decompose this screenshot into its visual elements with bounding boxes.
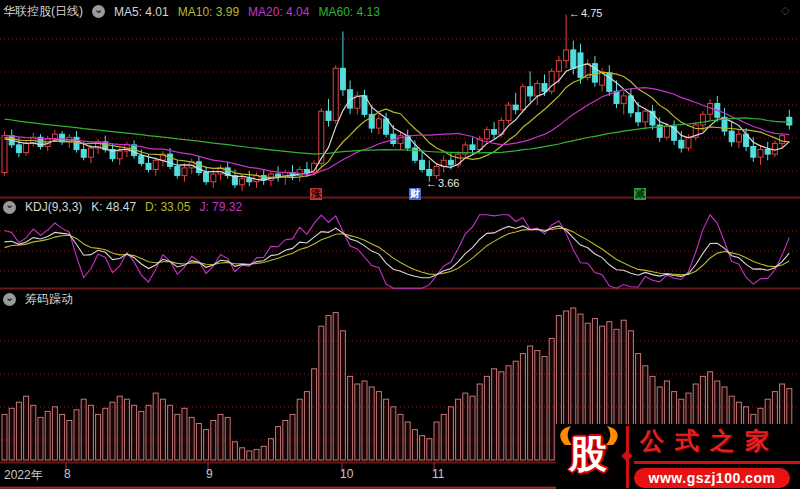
high-price-annotation: ←4.75 [569, 7, 602, 20]
watermark-bull-logo: 股 [556, 425, 624, 489]
diamond-icon: ◇ [781, 4, 789, 17]
ma5-legend: MA5: 4.01 [114, 5, 169, 19]
ma10-legend: MA10: 3.99 [178, 5, 239, 19]
collapse-chip-button[interactable]: ⌄ [3, 293, 16, 306]
watermark-url: www.gszj100.com [634, 468, 790, 488]
arrow-left-icon: ← [426, 177, 437, 190]
kdj-title: KDJ(9,3,3) [25, 200, 82, 214]
low-price-annotation: ←3.66 [426, 177, 459, 190]
watermark-logo-char: 股 [569, 435, 607, 473]
chevron-down-icon: ⌄ [5, 292, 14, 303]
kdj-d-value: D: 33.05 [145, 200, 190, 214]
kdj-j-value: J: 79.32 [199, 200, 242, 214]
stock-title: 华联控股(日线) [3, 3, 83, 20]
watermark: 股 公式之家 www.gszj100.com [556, 424, 800, 489]
kdj-panel-header: ⌄ KDJ(9,3,3) K: 48.47 D: 33.05 J: 79.32 [3, 200, 242, 214]
watermark-brand: 公式之家 [634, 425, 800, 464]
collapse-main-button[interactable]: ⌄ [92, 5, 105, 18]
collapse-kdj-button[interactable]: ⌄ [3, 201, 16, 214]
low-price-value: 3.66 [438, 177, 459, 190]
chip-title: 筹码躁动 [25, 291, 73, 308]
chevron-down-icon: ⌄ [94, 4, 103, 15]
watermark-text-block: 公式之家 www.gszj100.com [634, 425, 800, 488]
signal-marker-reduce: 减 [634, 188, 646, 200]
kdj-k-value: K: 48.47 [91, 200, 136, 214]
stock-app-window: 华联控股(日线) ⌄ MA5: 4.01 MA10: 3.99 MA20: 4.… [0, 0, 800, 489]
ma20-legend: MA20: 4.04 [248, 5, 309, 19]
chevron-down-icon: ⌄ [5, 199, 14, 210]
chip-panel-header: ⌄ 筹码躁动 [3, 291, 73, 308]
signal-marker-wealth: 财 [409, 188, 421, 200]
watermark-divider [626, 426, 629, 488]
charts-canvas[interactable] [0, 0, 800, 489]
ma60-legend: MA60: 4.13 [318, 5, 379, 19]
high-price-value: 4.75 [581, 7, 602, 20]
signal-marker-rise: 涨 [310, 188, 322, 200]
arrow-left-icon: ← [569, 7, 580, 20]
main-chart-header: 华联控股(日线) ⌄ MA5: 4.01 MA10: 3.99 MA20: 4.… [3, 3, 380, 20]
